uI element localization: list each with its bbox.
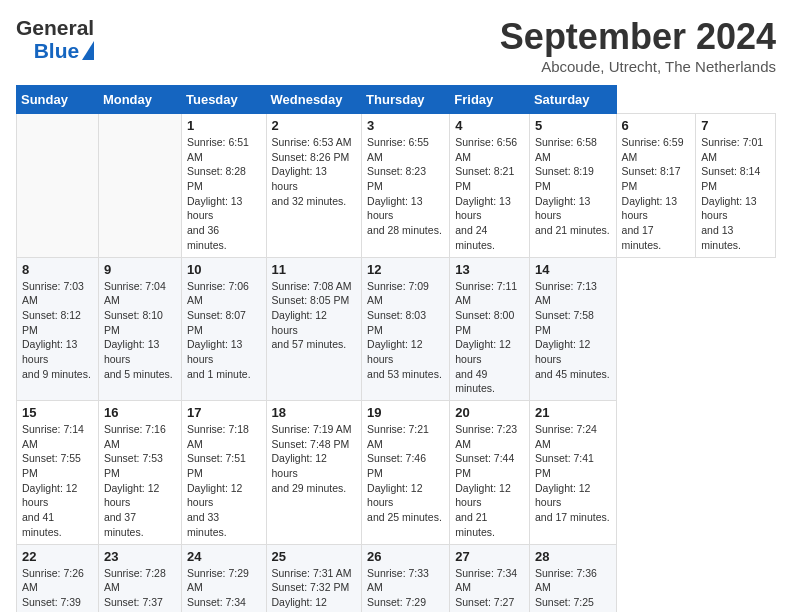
day-cell-8: 8Sunrise: 7:03 AM Sunset: 8:12 PM Daylig… bbox=[17, 257, 99, 401]
calendar-week-1: 1Sunrise: 6:51 AM Sunset: 8:28 PM Daylig… bbox=[17, 114, 776, 258]
day-number: 6 bbox=[622, 118, 691, 133]
day-info: Sunrise: 7:26 AM Sunset: 7:39 PM Dayligh… bbox=[22, 566, 93, 613]
day-cell-1: 1Sunrise: 6:51 AM Sunset: 8:28 PM Daylig… bbox=[181, 114, 266, 258]
day-cell-13: 13Sunrise: 7:11 AM Sunset: 8:00 PM Dayli… bbox=[450, 257, 530, 401]
day-info: Sunrise: 7:31 AM Sunset: 7:32 PM Dayligh… bbox=[272, 566, 357, 613]
day-info: Sunrise: 7:28 AM Sunset: 7:37 PM Dayligh… bbox=[104, 566, 176, 613]
day-number: 1 bbox=[187, 118, 261, 133]
day-info: Sunrise: 7:16 AM Sunset: 7:53 PM Dayligh… bbox=[104, 422, 176, 540]
day-number: 20 bbox=[455, 405, 524, 420]
day-info: Sunrise: 6:51 AM Sunset: 8:28 PM Dayligh… bbox=[187, 135, 261, 253]
day-info: Sunrise: 7:08 AM Sunset: 8:05 PM Dayligh… bbox=[272, 279, 357, 352]
logo-image: General Blue bbox=[16, 16, 94, 62]
day-info: Sunrise: 7:33 AM Sunset: 7:29 PM Dayligh… bbox=[367, 566, 444, 613]
day-cell-5: 5Sunrise: 6:58 AM Sunset: 8:19 PM Daylig… bbox=[529, 114, 616, 258]
day-number: 13 bbox=[455, 262, 524, 277]
day-number: 26 bbox=[367, 549, 444, 564]
calendar-week-2: 8Sunrise: 7:03 AM Sunset: 8:12 PM Daylig… bbox=[17, 257, 776, 401]
day-cell-2: 2Sunrise: 6:53 AM Sunset: 8:26 PM Daylig… bbox=[266, 114, 362, 258]
title-area: September 2024 Abcoude, Utrecht, The Net… bbox=[500, 16, 776, 75]
day-info: Sunrise: 7:19 AM Sunset: 7:48 PM Dayligh… bbox=[272, 422, 357, 495]
day-number: 9 bbox=[104, 262, 176, 277]
weekday-header-tuesday: Tuesday bbox=[181, 86, 266, 114]
day-info: Sunrise: 7:23 AM Sunset: 7:44 PM Dayligh… bbox=[455, 422, 524, 540]
day-number: 16 bbox=[104, 405, 176, 420]
weekday-header-wednesday: Wednesday bbox=[266, 86, 362, 114]
day-info: Sunrise: 7:21 AM Sunset: 7:46 PM Dayligh… bbox=[367, 422, 444, 525]
day-number: 22 bbox=[22, 549, 93, 564]
month-title: September 2024 bbox=[500, 16, 776, 58]
day-info: Sunrise: 7:14 AM Sunset: 7:55 PM Dayligh… bbox=[22, 422, 93, 540]
day-info: Sunrise: 6:58 AM Sunset: 8:19 PM Dayligh… bbox=[535, 135, 611, 238]
day-info: Sunrise: 7:01 AM Sunset: 8:14 PM Dayligh… bbox=[701, 135, 770, 253]
day-cell-21: 21Sunrise: 7:24 AM Sunset: 7:41 PM Dayli… bbox=[529, 401, 616, 545]
day-info: Sunrise: 7:24 AM Sunset: 7:41 PM Dayligh… bbox=[535, 422, 611, 525]
day-number: 8 bbox=[22, 262, 93, 277]
day-cell-6: 6Sunrise: 6:59 AM Sunset: 8:17 PM Daylig… bbox=[616, 114, 696, 258]
weekday-header-thursday: Thursday bbox=[362, 86, 450, 114]
day-info: Sunrise: 7:29 AM Sunset: 7:34 PM Dayligh… bbox=[187, 566, 261, 613]
day-info: Sunrise: 6:55 AM Sunset: 8:23 PM Dayligh… bbox=[367, 135, 444, 238]
day-cell-3: 3Sunrise: 6:55 AM Sunset: 8:23 PM Daylig… bbox=[362, 114, 450, 258]
location-subtitle: Abcoude, Utrecht, The Netherlands bbox=[500, 58, 776, 75]
day-cell-19: 19Sunrise: 7:21 AM Sunset: 7:46 PM Dayli… bbox=[362, 401, 450, 545]
day-cell-10: 10Sunrise: 7:06 AM Sunset: 8:07 PM Dayli… bbox=[181, 257, 266, 401]
day-info: Sunrise: 7:18 AM Sunset: 7:51 PM Dayligh… bbox=[187, 422, 261, 540]
weekday-header-monday: Monday bbox=[98, 86, 181, 114]
day-cell-11: 11Sunrise: 7:08 AM Sunset: 8:05 PM Dayli… bbox=[266, 257, 362, 401]
day-cell-7: 7Sunrise: 7:01 AM Sunset: 8:14 PM Daylig… bbox=[696, 114, 776, 258]
day-info: Sunrise: 7:04 AM Sunset: 8:10 PM Dayligh… bbox=[104, 279, 176, 382]
day-cell-9: 9Sunrise: 7:04 AM Sunset: 8:10 PM Daylig… bbox=[98, 257, 181, 401]
weekday-header-sunday: Sunday bbox=[17, 86, 99, 114]
day-cell-18: 18Sunrise: 7:19 AM Sunset: 7:48 PM Dayli… bbox=[266, 401, 362, 545]
day-number: 24 bbox=[187, 549, 261, 564]
day-number: 25 bbox=[272, 549, 357, 564]
day-cell-28: 28Sunrise: 7:36 AM Sunset: 7:25 PM Dayli… bbox=[529, 544, 616, 612]
day-info: Sunrise: 7:34 AM Sunset: 7:27 PM Dayligh… bbox=[455, 566, 524, 613]
day-cell-25: 25Sunrise: 7:31 AM Sunset: 7:32 PM Dayli… bbox=[266, 544, 362, 612]
day-number: 5 bbox=[535, 118, 611, 133]
day-number: 12 bbox=[367, 262, 444, 277]
day-info: Sunrise: 7:11 AM Sunset: 8:00 PM Dayligh… bbox=[455, 279, 524, 397]
day-number: 23 bbox=[104, 549, 176, 564]
calendar-week-4: 22Sunrise: 7:26 AM Sunset: 7:39 PM Dayli… bbox=[17, 544, 776, 612]
day-number: 10 bbox=[187, 262, 261, 277]
day-number: 3 bbox=[367, 118, 444, 133]
calendar-week-3: 15Sunrise: 7:14 AM Sunset: 7:55 PM Dayli… bbox=[17, 401, 776, 545]
day-number: 7 bbox=[701, 118, 770, 133]
day-number: 4 bbox=[455, 118, 524, 133]
day-info: Sunrise: 7:03 AM Sunset: 8:12 PM Dayligh… bbox=[22, 279, 93, 382]
logo: General Blue bbox=[16, 16, 94, 62]
weekday-header-friday: Friday bbox=[450, 86, 530, 114]
day-cell-27: 27Sunrise: 7:34 AM Sunset: 7:27 PM Dayli… bbox=[450, 544, 530, 612]
day-number: 11 bbox=[272, 262, 357, 277]
day-cell-16: 16Sunrise: 7:16 AM Sunset: 7:53 PM Dayli… bbox=[98, 401, 181, 545]
day-number: 17 bbox=[187, 405, 261, 420]
day-cell-20: 20Sunrise: 7:23 AM Sunset: 7:44 PM Dayli… bbox=[450, 401, 530, 545]
weekday-header-row: SundayMondayTuesdayWednesdayThursdayFrid… bbox=[17, 86, 776, 114]
day-number: 15 bbox=[22, 405, 93, 420]
day-cell-22: 22Sunrise: 7:26 AM Sunset: 7:39 PM Dayli… bbox=[17, 544, 99, 612]
day-number: 18 bbox=[272, 405, 357, 420]
day-cell-12: 12Sunrise: 7:09 AM Sunset: 8:03 PM Dayli… bbox=[362, 257, 450, 401]
day-cell-23: 23Sunrise: 7:28 AM Sunset: 7:37 PM Dayli… bbox=[98, 544, 181, 612]
day-info: Sunrise: 6:53 AM Sunset: 8:26 PM Dayligh… bbox=[272, 135, 357, 208]
day-number: 2 bbox=[272, 118, 357, 133]
day-number: 28 bbox=[535, 549, 611, 564]
empty-cell bbox=[17, 114, 99, 258]
day-number: 14 bbox=[535, 262, 611, 277]
weekday-header-saturday: Saturday bbox=[529, 86, 616, 114]
day-cell-26: 26Sunrise: 7:33 AM Sunset: 7:29 PM Dayli… bbox=[362, 544, 450, 612]
day-info: Sunrise: 7:06 AM Sunset: 8:07 PM Dayligh… bbox=[187, 279, 261, 382]
day-number: 27 bbox=[455, 549, 524, 564]
day-info: Sunrise: 7:36 AM Sunset: 7:25 PM Dayligh… bbox=[535, 566, 611, 613]
day-cell-15: 15Sunrise: 7:14 AM Sunset: 7:55 PM Dayli… bbox=[17, 401, 99, 545]
day-number: 21 bbox=[535, 405, 611, 420]
day-info: Sunrise: 7:13 AM Sunset: 7:58 PM Dayligh… bbox=[535, 279, 611, 382]
day-info: Sunrise: 7:09 AM Sunset: 8:03 PM Dayligh… bbox=[367, 279, 444, 382]
empty-cell bbox=[98, 114, 181, 258]
day-number: 19 bbox=[367, 405, 444, 420]
day-cell-14: 14Sunrise: 7:13 AM Sunset: 7:58 PM Dayli… bbox=[529, 257, 616, 401]
header: General Blue September 2024 Abcoude, Utr… bbox=[16, 16, 776, 75]
calendar-table: SundayMondayTuesdayWednesdayThursdayFrid… bbox=[16, 85, 776, 612]
